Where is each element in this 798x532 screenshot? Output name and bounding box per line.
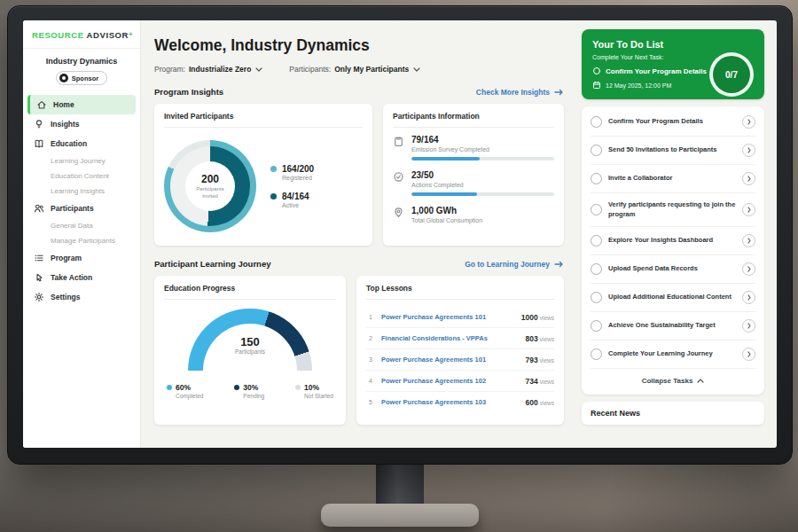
sidebar-item-label: Home <box>53 100 74 109</box>
sidebar-item-label: Manage Participants <box>51 237 115 245</box>
gauge-legend-item: 30% Pending <box>234 383 264 399</box>
chevron-right-icon[interactable] <box>742 203 755 216</box>
sidebar-item-label: Education <box>51 139 87 148</box>
chevron-down-icon <box>255 67 262 72</box>
sidebar-item-label: Participants <box>51 204 94 213</box>
monitor: RESOURCE ADVISOR+ Industry Dynamics Spon… <box>7 5 793 465</box>
sidebar-item-label: Education Content <box>51 172 109 180</box>
arrow-right-icon <box>554 89 564 96</box>
chevron-right-icon[interactable] <box>742 348 755 361</box>
donut-center: 200 Participants Invited <box>185 161 235 211</box>
lesson-title-link[interactable]: Power Purchase Agreements 102 <box>381 377 520 385</box>
logo-text-primary: RESOURCE <box>32 30 84 40</box>
lesson-title-link[interactable]: Power Purchase Agreements 103 <box>381 398 520 406</box>
chevron-right-icon[interactable] <box>742 172 755 185</box>
stat-label: Total Global Consumption <box>411 217 554 223</box>
participants-information-card: Participants Information 79/164 Emission… <box>383 104 564 246</box>
sidebar-item-participants[interactable]: Participants <box>23 199 140 218</box>
legend-label: Active <box>282 202 309 208</box>
task-item[interactable]: Complete Your Learning Journey <box>591 340 755 369</box>
gauge-legend-item: 60% Completed <box>167 383 203 399</box>
task-checkbox[interactable] <box>591 145 602 156</box>
chevron-right-icon[interactable] <box>742 262 755 276</box>
lesson-rank: 5 <box>366 399 375 405</box>
program-filter[interactable]: Program: Industrialize Zero <box>154 65 262 74</box>
task-item[interactable]: Achieve One Sustainability Target <box>591 312 755 340</box>
participants-filter[interactable]: Participants: Only My Participants <box>289 65 420 74</box>
chevron-right-icon[interactable] <box>742 115 755 129</box>
task-item[interactable]: Invite a Collaborator <box>591 165 755 193</box>
task-label: Explore Your Insights Dashboard <box>608 236 736 246</box>
card-title: Participants Information <box>393 112 554 128</box>
task-checkbox[interactable] <box>591 348 602 360</box>
sidebar-item-home[interactable]: Home <box>27 95 136 114</box>
task-item[interactable]: Explore Your Insights Dashboard <box>591 227 755 255</box>
gauge-center-label: Participants <box>188 348 312 355</box>
lesson-rank: 1 <box>366 314 375 320</box>
sidebar-item-education-content[interactable]: Education Content <box>23 168 140 184</box>
sidebar-item-settings[interactable]: Settings <box>23 287 140 307</box>
program-icon <box>34 253 44 263</box>
lesson-views-suffix: views <box>540 336 554 342</box>
check-more-insights-link[interactable]: Check More Insights <box>476 88 564 97</box>
collapse-tasks-link[interactable]: Collapse Tasks <box>591 369 755 393</box>
task-checkbox[interactable] <box>591 116 602 128</box>
insights-cards-row: Invited Participants 200 Participants In… <box>154 104 564 246</box>
sidebar-item-insights[interactable]: Insights <box>23 114 140 134</box>
task-checkbox[interactable] <box>591 235 602 246</box>
lesson-row: 3 Power Purchase Agreements 101 793views <box>366 349 554 371</box>
task-item[interactable]: Send 50 Invitations to Participants <box>591 137 755 165</box>
lesson-row: 5 Power Purchase Agreements 103 600views <box>366 392 554 412</box>
task-checkbox[interactable] <box>591 292 602 303</box>
task-label: Confirm Your Program Details <box>608 117 736 127</box>
lesson-title-link[interactable]: Financial Considerations - VPPAs <box>381 334 520 342</box>
sidebar-item-program[interactable]: Program <box>23 248 140 268</box>
sidebar-item-take-action[interactable]: Take Action <box>23 268 140 287</box>
task-item[interactable]: Verify participants requesting to join t… <box>591 193 755 227</box>
todo-title: Your To Do List <box>592 39 754 50</box>
sidebar-item-learning-journey[interactable]: Learning Journey <box>23 153 140 168</box>
legend-dot-registered <box>270 166 277 172</box>
program-insights-section-head: Program Insights Check More Insights <box>154 87 564 97</box>
check-circle-icon <box>393 171 404 183</box>
chevron-right-icon[interactable] <box>742 234 755 247</box>
sidebar-item-label: Settings <box>51 293 81 301</box>
sidebar: RESOURCE ADVISOR+ Industry Dynamics Spon… <box>23 20 141 448</box>
sidebar-item-manage-participants[interactable]: Manage Participants <box>23 233 140 248</box>
task-label: Upload Additional Educational Content <box>608 293 736 302</box>
task-checkbox[interactable] <box>591 173 602 184</box>
chevron-right-icon[interactable] <box>742 144 755 157</box>
next-task-label: Confirm Your Program Details <box>606 67 707 75</box>
task-checkbox[interactable] <box>591 320 602 332</box>
sidebar-item-general-data[interactable]: General Data <box>23 218 140 233</box>
insights-icon <box>34 119 44 129</box>
lesson-title-link[interactable]: Power Purchase Agreements 101 <box>381 313 515 321</box>
sidebar-item-education[interactable]: Education <box>23 134 140 153</box>
task-item[interactable]: Confirm Your Program Details <box>591 108 755 137</box>
chevron-right-icon[interactable] <box>742 319 755 332</box>
learning-journey-section-head: Participant Learning Journey Go to Learn… <box>154 259 564 269</box>
task-label: Invite a Collaborator <box>608 174 736 184</box>
lesson-title-link[interactable]: Power Purchase Agreements 101 <box>381 356 520 364</box>
filters-bar: Program: Industrialize Zero Participants… <box>154 65 564 74</box>
lesson-views: 734views <box>526 377 554 386</box>
next-task[interactable]: Confirm Your Program Details <box>592 66 716 75</box>
gauge-legend-value: 30% <box>243 383 264 392</box>
lesson-views-suffix: views <box>540 357 554 364</box>
sidebar-item-label: Take Action <box>51 273 92 282</box>
lesson-views: 803views <box>526 334 554 343</box>
task-checkbox[interactable] <box>591 204 602 215</box>
chevron-right-icon[interactable] <box>742 291 755 304</box>
task-item[interactable]: Upload Additional Educational Content <box>591 284 755 312</box>
go-to-learning-journey-link[interactable]: Go to Learning Journey <box>465 260 564 269</box>
gauge-legend-value: 60% <box>176 383 203 392</box>
sidebar-item-learning-insights[interactable]: Learning Insights <box>23 184 140 199</box>
task-checkbox[interactable] <box>591 263 602 275</box>
task-label: Complete Your Learning Journey <box>608 349 736 359</box>
gauge-legend-dot <box>234 385 239 390</box>
participants-filter-label: Participants: <box>289 65 331 74</box>
main-content: Welcome, Industry Dynamics Program: Indu… <box>140 20 578 448</box>
task-item[interactable]: Upload Spend Data Records <box>591 255 755 284</box>
sponsor-badge[interactable]: Sponsor <box>56 71 107 85</box>
lesson-views-suffix: views <box>540 379 554 385</box>
